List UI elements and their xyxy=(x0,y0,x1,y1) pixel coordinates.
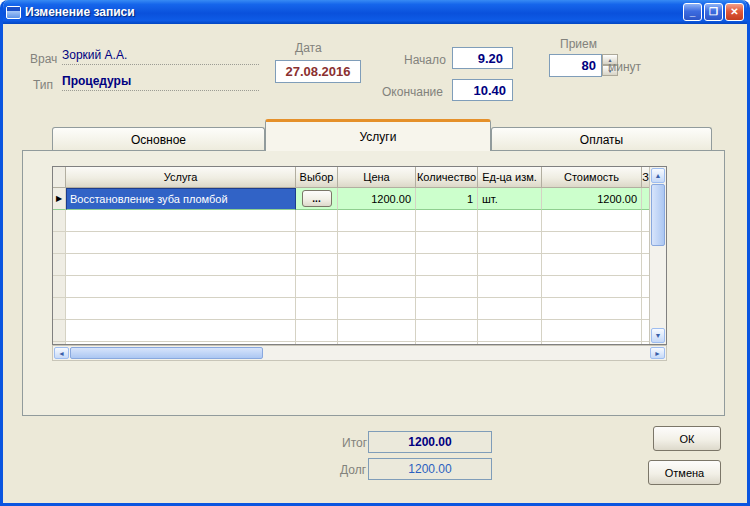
ellipsis-button[interactable]: ... xyxy=(302,190,332,207)
app-icon xyxy=(6,6,21,19)
services-grid: Услуга Выбор Цена Количество Ед-ца изм. … xyxy=(52,166,667,345)
empty-row xyxy=(53,232,650,254)
type-value[interactable]: Процедуры xyxy=(62,74,259,91)
doctor-value[interactable]: Зоркий А.А. xyxy=(62,48,259,65)
total-label: Итог xyxy=(342,436,367,450)
scroll-left-icon[interactable]: ◄ xyxy=(54,347,69,359)
col-header-price[interactable]: Цена xyxy=(338,167,416,188)
empty-row xyxy=(53,276,650,298)
debt-field: 1200.00 xyxy=(368,458,492,480)
maximize-icon[interactable]: ❐ xyxy=(704,3,723,21)
dialog-edit-record: Изменение записи _ ❐ ✕ Врач Зоркий А.А. … xyxy=(0,0,750,506)
cancel-button[interactable]: Отмена xyxy=(648,460,721,485)
grid-header-row: Услуга Выбор Цена Количество Ед-ца изм. … xyxy=(53,167,650,188)
vertical-scroll-thumb[interactable] xyxy=(651,184,665,246)
titlebar[interactable]: Изменение записи _ ❐ ✕ xyxy=(0,0,750,24)
scroll-up-icon[interactable]: ▲ xyxy=(651,168,665,183)
duration-unit-label: минут xyxy=(608,60,641,74)
cell-quantity[interactable]: 1 xyxy=(416,188,478,210)
col-header-select[interactable]: Выбор xyxy=(296,167,338,188)
col-header-service[interactable]: Услуга xyxy=(66,167,296,188)
ok-button[interactable]: ОК xyxy=(653,426,721,451)
horizontal-scrollbar[interactable]: ◄ ► xyxy=(52,345,667,361)
tab-main[interactable]: Основное xyxy=(52,127,265,151)
empty-row xyxy=(53,254,650,276)
col-header-unit[interactable]: Ед-ца изм. xyxy=(478,167,542,188)
date-label: Дата xyxy=(295,41,322,55)
tab-payments[interactable]: Оплаты xyxy=(491,127,712,151)
debt-label: Долг xyxy=(340,463,366,477)
end-label: Окончание xyxy=(382,85,443,99)
cell-service[interactable]: Восстановление зуба пломбой xyxy=(66,188,296,210)
empty-row xyxy=(53,210,650,232)
empty-row xyxy=(53,298,650,320)
empty-row xyxy=(53,320,650,342)
cell-cost[interactable]: 1200.00 xyxy=(542,188,642,210)
horizontal-scroll-thumb[interactable] xyxy=(70,347,263,359)
col-header-cost[interactable]: Стоимость xyxy=(542,167,642,188)
scroll-down-icon[interactable]: ▼ xyxy=(651,328,665,343)
start-input[interactable]: 9.20 xyxy=(452,47,513,69)
window-controls: _ ❐ ✕ xyxy=(683,3,744,21)
doctor-label: Врач xyxy=(30,52,57,66)
end-input[interactable]: 10.40 xyxy=(452,79,513,101)
row-marker-icon: ▶ xyxy=(53,188,66,210)
start-label: Начало xyxy=(404,53,446,67)
col-header-quantity[interactable]: Количество xyxy=(416,167,478,188)
grid-corner-cell xyxy=(53,167,66,188)
scroll-right-icon[interactable]: ► xyxy=(650,347,665,359)
cell-unit[interactable]: шт. xyxy=(478,188,542,210)
type-label: Тип xyxy=(33,78,53,92)
table-row: ▶ Восстановление зуба пломбой ... 1200.0… xyxy=(53,188,650,210)
total-field: 1200.00 xyxy=(368,431,492,453)
date-input[interactable]: 27.08.2016 xyxy=(275,60,361,83)
window-title: Изменение записи xyxy=(25,5,683,19)
minimize-icon[interactable]: _ xyxy=(683,3,702,21)
cell-select: ... xyxy=(296,188,338,210)
tab-services[interactable]: Услуги xyxy=(265,119,491,151)
duration-label: Прием xyxy=(560,37,597,51)
cell-price[interactable]: 1200.00 xyxy=(338,188,416,210)
duration-input[interactable]: 80 xyxy=(549,54,602,77)
close-icon[interactable]: ✕ xyxy=(725,3,744,21)
vertical-scrollbar[interactable]: ▲ ▼ xyxy=(649,167,666,344)
